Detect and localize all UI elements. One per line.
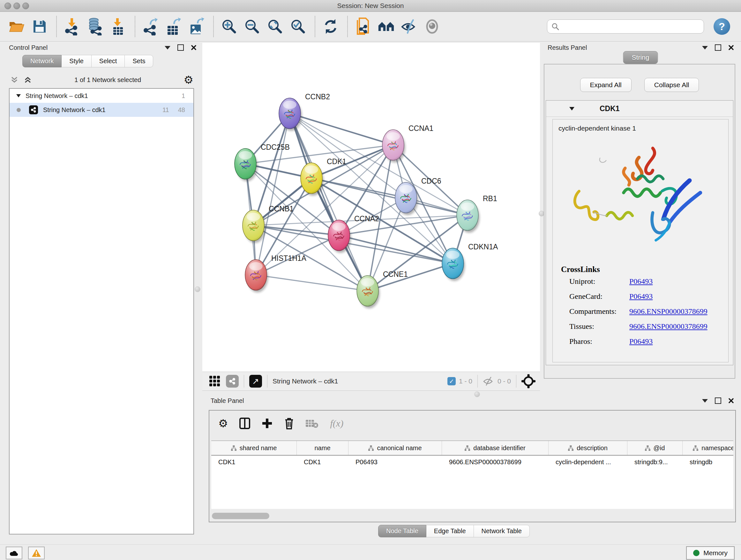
gear-icon[interactable]: ⚙ [184, 74, 193, 85]
zoom-fit-button[interactable] [267, 17, 283, 36]
crosslink-link[interactable]: P06493 [629, 337, 653, 346]
table-gear-icon[interactable]: ⚙ [218, 418, 228, 429]
column-header-shared-name[interactable]: shared name [211, 441, 297, 455]
refresh-button[interactable] [322, 17, 339, 36]
panel-float-button[interactable] [715, 44, 721, 51]
add-column-icon[interactable] [262, 418, 273, 429]
protein-section-header[interactable]: CDK1 [546, 101, 733, 117]
selected-checkbox-icon[interactable]: ✓ [448, 377, 456, 385]
node-gloss [399, 185, 413, 193]
node-CDKN1A[interactable]: CDKN1A [442, 243, 498, 281]
network-canvas[interactable]: CCNB2CCNA1CDC25BCDK1CDC6RB1CCNB1CCNA2CDK… [202, 43, 540, 372]
node-CCNE1[interactable]: CCNE1 [357, 270, 408, 308]
section-collapse-icon[interactable] [569, 107, 575, 111]
tab-string[interactable]: String [623, 51, 658, 64]
edge-CDK1-RB1[interactable] [312, 178, 468, 215]
tab-sets[interactable]: Sets [125, 55, 153, 67]
import-database-button[interactable] [87, 17, 104, 36]
columns-icon[interactable] [239, 418, 250, 429]
panel-close-icon[interactable] [728, 398, 734, 403]
column-header-database-identifier[interactable]: database identifier [442, 441, 549, 455]
edge-CDKN1A-CCNE1[interactable] [367, 263, 453, 291]
memory-button[interactable]: Memory [686, 546, 735, 560]
tab-style[interactable]: Style [62, 55, 91, 67]
column-header-canonical-name[interactable]: canonical name [348, 441, 442, 455]
zoom-selected-button[interactable] [290, 17, 307, 36]
node-CCNB2[interactable]: CCNB2 [279, 92, 330, 131]
function-builder-icon[interactable]: f(x) [330, 418, 343, 429]
edge-CCNB2-CCNE1[interactable] [290, 113, 367, 291]
tab-node-table[interactable]: Node Table [378, 525, 426, 537]
node-RB1[interactable]: RB1 [457, 194, 497, 233]
export-image-button[interactable] [188, 17, 205, 36]
export-table-button[interactable] [165, 17, 182, 36]
show-graphics-details-button[interactable] [424, 17, 441, 36]
show-all-networks-button[interactable] [378, 17, 394, 36]
panel-close-icon[interactable] [728, 45, 734, 51]
collapse-all-button[interactable]: Collapse All [644, 78, 699, 92]
tab-select[interactable]: Select [91, 55, 125, 67]
table-cell[interactable]: stringdb [683, 455, 733, 469]
column-header-name[interactable]: name [297, 441, 348, 455]
network-overview-icon[interactable] [226, 375, 239, 388]
node-CCNA1[interactable]: CCNA1 [382, 124, 433, 163]
crosslink-link[interactable]: P06493 [629, 277, 653, 286]
collapse-all-icon[interactable] [10, 76, 18, 84]
string-network-graph[interactable]: CCNB2CCNA1CDC25BCDK1CDC6RB1CCNB1CCNA2CDK… [202, 43, 540, 372]
search-box[interactable] [547, 19, 704, 34]
tree-expand-icon[interactable] [16, 94, 21, 98]
save-session-button[interactable] [31, 17, 48, 36]
grid-view-icon[interactable] [209, 376, 220, 387]
panel-close-icon[interactable] [191, 45, 197, 51]
network-edges[interactable] [246, 113, 468, 291]
warnings-button[interactable] [28, 547, 45, 559]
expand-all-button[interactable]: Expand All [580, 78, 631, 92]
export-network-button[interactable] [142, 17, 159, 36]
panel-float-button[interactable] [178, 44, 184, 51]
table-cell[interactable]: cyclin-dependent ... [549, 455, 627, 469]
detach-view-button[interactable]: ↗ [249, 375, 262, 388]
help-button[interactable]: ? [714, 18, 730, 35]
edge-HIST1H1A-CCNE1[interactable] [256, 275, 367, 291]
birdseye-crosshair-icon[interactable] [522, 374, 536, 388]
table-cell[interactable]: CDK1 [211, 455, 297, 469]
crosslink-link[interactable]: 9606.ENSP00000378699 [629, 322, 708, 331]
crosslink-link[interactable]: P06493 [629, 292, 653, 301]
column-header-description[interactable]: description [549, 441, 627, 455]
network-row[interactable]: String Network – cdk1 11 48 [10, 103, 193, 117]
expand-all-icon[interactable] [23, 76, 32, 84]
edge-CCNB2-CCNA1[interactable] [290, 113, 393, 145]
panel-float-button[interactable] [715, 397, 721, 404]
zoom-in-button[interactable] [221, 17, 238, 36]
table-cell[interactable]: CDK1 [297, 455, 348, 469]
tab-network[interactable]: Network [22, 55, 62, 67]
node-HIST1H1A[interactable]: HIST1H1A [245, 254, 307, 293]
open-session-button[interactable] [8, 17, 25, 36]
table-cell[interactable]: 9606.ENSP00000378699 [442, 455, 549, 469]
hide-annotations-button[interactable] [401, 17, 417, 36]
tab-network-table[interactable]: Network Table [474, 525, 530, 537]
tab-edge-table[interactable]: Edge Table [426, 525, 474, 537]
column-header-label: shared name [240, 444, 277, 452]
left-splitter-handle[interactable] [195, 287, 200, 292]
cloud-status-button[interactable] [6, 547, 22, 559]
search-input[interactable] [559, 23, 700, 30]
column-header-namespace[interactable]: namespace [683, 441, 733, 455]
panel-menu-icon[interactable] [165, 46, 171, 50]
table-row[interactable]: CDK1CDK1P064939606.ENSP00000378699cyclin… [211, 455, 733, 469]
import-table-button[interactable] [110, 17, 126, 36]
zoom-out-button[interactable] [244, 17, 260, 36]
column-header--id[interactable]: @id [627, 441, 683, 455]
delete-table-icon[interactable] [306, 419, 319, 428]
delete-icon[interactable] [284, 417, 294, 429]
column-header-label: @id [654, 444, 665, 452]
panel-menu-icon[interactable] [702, 399, 708, 402]
table-horizontal-scrollbar[interactable] [212, 513, 269, 519]
table-cell[interactable]: stringdb:9... [627, 455, 683, 469]
copy-network-button[interactable] [355, 17, 372, 36]
crosslink-link[interactable]: 9606.ENSP00000378699 [629, 307, 708, 316]
panel-menu-icon[interactable] [702, 46, 708, 50]
import-network-button[interactable] [64, 17, 80, 36]
network-collection-row[interactable]: String Network – cdk1 1 [10, 89, 193, 103]
table-cell[interactable]: P06493 [348, 455, 442, 469]
